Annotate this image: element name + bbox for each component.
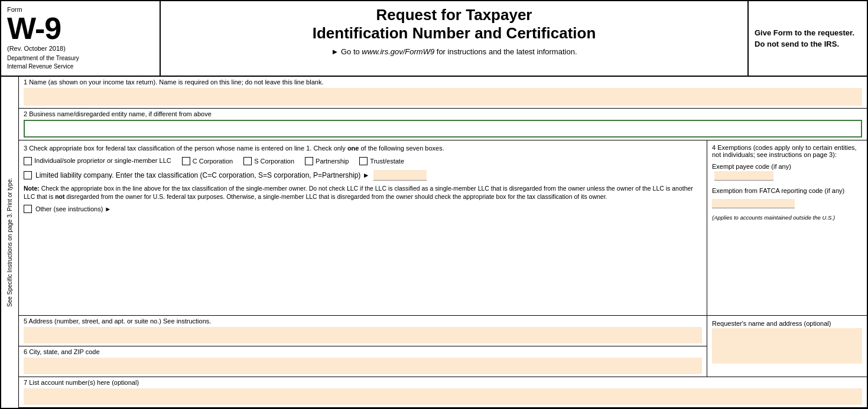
other-label: Other (see instructions) ► — [35, 205, 111, 212]
requester-input[interactable] — [712, 328, 862, 364]
field5-input[interactable] — [24, 327, 702, 343]
checkbox-s-corp-box[interactable] — [243, 157, 252, 165]
exempt-payee-input[interactable] — [714, 171, 773, 181]
note-text: Note: Check the appropriate box in the l… — [24, 184, 702, 201]
form-w9: Form W-9 (Rev. October 2018) Department … — [0, 0, 868, 409]
form-body: See Specific Instructions on page 3. Pri… — [1, 77, 867, 408]
sidebar: See Specific Instructions on page 3. Pri… — [1, 77, 19, 408]
dept-line2: Internal Revenue Service — [7, 63, 154, 71]
field5-label: 5 Address (number, street, and apt. or s… — [19, 316, 707, 326]
field2-label: 2 Business name/disregarded entity name,… — [19, 109, 867, 119]
checkboxes-row1: Individual/sole proprietor or single-mem… — [24, 156, 702, 165]
checkbox-partnership-box[interactable] — [305, 157, 313, 165]
field5-row: 5 Address (number, street, and apt. or s… — [19, 316, 707, 346]
sidebar-text: See Specific Instructions on page 3. Pri… — [6, 178, 14, 307]
fatca-input[interactable] — [712, 199, 795, 208]
partnership-label: Partnership — [316, 158, 349, 165]
field1-row: 1 Name (as shown on your income tax retu… — [19, 77, 867, 109]
checkbox-individual: Individual/sole proprietor or single-mem… — [24, 156, 171, 165]
header-instruction: ► Go to www.irs.gov/FormW9 for instructi… — [173, 47, 736, 56]
s-corp-label: S Corporation — [254, 158, 294, 165]
header-center: Request for Taxpayer Identification Numb… — [161, 1, 749, 76]
checkbox-individual-box[interactable] — [24, 157, 32, 165]
field7-input[interactable] — [24, 388, 862, 405]
field1-label: 1 Name (as shown on your income tax retu… — [19, 77, 867, 87]
fatca-label: Exemption from FATCA reporting code (if … — [712, 186, 862, 195]
checkbox-s-corp: S Corporation — [243, 157, 294, 165]
address-left: 5 Address (number, street, and apt. or s… — [19, 316, 707, 377]
field6-input[interactable] — [24, 358, 702, 374]
dept-line1: Department of the Treasury — [7, 54, 154, 63]
header-left: Form W-9 (Rev. October 2018) Department … — [1, 1, 161, 76]
checkbox-trust-box[interactable] — [359, 157, 368, 165]
header-right-text: Give Form to the requester. Do not send … — [749, 1, 867, 76]
field2-input[interactable] — [24, 120, 862, 138]
section-3: 3 Check appropriate box for federal tax … — [19, 140, 707, 315]
requester-label: Requester's name and address (optional) — [712, 318, 862, 328]
field6-label: 6 City, state, and ZIP code — [19, 346, 707, 356]
llc-label: Limited liability company. Enter the tax… — [35, 171, 370, 179]
form-dept: Department of the Treasury Internal Reve… — [7, 54, 154, 71]
checkbox-c-corp: C Corporation — [182, 157, 233, 165]
applies-note: (Applies to accounts maintained outside … — [712, 214, 862, 221]
section-4: 4 Exemptions (codes apply only to certai… — [707, 140, 867, 315]
field7-label: 7 List account number(s) here (optional) — [19, 377, 867, 387]
form-rev: (Rev. October 2018) — [7, 45, 154, 52]
trust-label: Trust/estate — [370, 158, 404, 165]
field7-row: 7 List account number(s) here (optional) — [19, 377, 867, 408]
section-3-4: 3 Check appropriate box for federal tax … — [19, 140, 867, 316]
field6-row: 6 City, state, and ZIP code — [19, 346, 707, 377]
section3-title: 3 Check appropriate box for federal tax … — [24, 144, 702, 153]
llc-classification-input[interactable] — [373, 170, 427, 181]
checkbox-llc-box[interactable] — [24, 171, 32, 179]
address-right: Requester's name and address (optional) — [707, 316, 867, 377]
field1-input[interactable] — [24, 88, 862, 106]
checkbox-c-corp-box[interactable] — [182, 157, 190, 165]
c-corp-label: C Corporation — [193, 158, 233, 165]
exempt-payee-row: Exempt payee code (if any) — [712, 163, 862, 181]
header-title-line1: Request for Taxpayer — [173, 6, 736, 24]
other-row: Other (see instructions) ► — [24, 205, 702, 213]
llc-row: Limited liability company. Enter the tax… — [24, 170, 702, 181]
field2-row: 2 Business name/disregarded entity name,… — [19, 109, 867, 140]
checkbox-other-box[interactable] — [24, 205, 32, 213]
form-header: Form W-9 (Rev. October 2018) Department … — [1, 1, 867, 77]
checkbox-partnership: Partnership — [305, 157, 349, 165]
form-number: W-9 — [7, 13, 154, 44]
exempt-payee-label: Exempt payee code (if any) — [712, 163, 791, 170]
section4-label: 4 Exemptions (codes apply only to certai… — [712, 144, 862, 158]
individual-label: Individual/sole proprietor or single-mem… — [34, 156, 171, 165]
checkbox-trust: Trust/estate — [359, 157, 404, 165]
header-title-line2: Identification Number and Certification — [173, 24, 736, 42]
address-section: 5 Address (number, street, and apt. or s… — [19, 316, 867, 377]
form-fields: 1 Name (as shown on your income tax retu… — [19, 77, 867, 408]
